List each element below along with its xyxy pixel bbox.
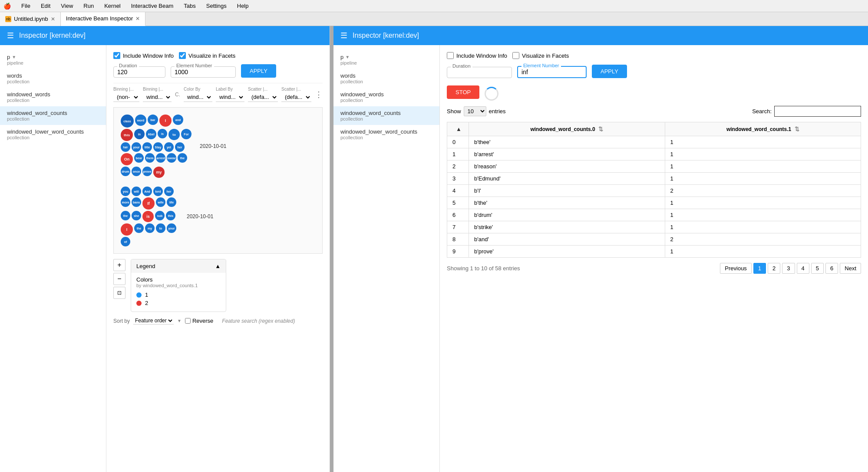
table-cell-col1: 2 (665, 233, 861, 246)
tab-untitled[interactable]: nb Untitled.ipynb ✕ (0, 12, 61, 26)
left-legend-collapse-icon[interactable]: ▲ (215, 263, 221, 269)
wc-circle: title (142, 142, 152, 152)
left-visualize-in-facets-checkbox[interactable] (179, 52, 186, 59)
left-sidebar-item-windowed-word-counts[interactable]: windowed_word_counts pcollection (0, 106, 106, 125)
left-sidebar-item-windowed-lower[interactable]: windowed_lower_word_counts pcollection (0, 125, 106, 144)
left-sidebar-wwc-name: windowed_word_counts (7, 110, 99, 116)
left-binning1-select[interactable]: (non- (113, 92, 139, 102)
left-more-icon[interactable]: ⋮ (315, 90, 323, 99)
right-duration-input[interactable] (451, 69, 508, 76)
table-cell-index: 0 (447, 136, 469, 148)
table-cell-index: 5 (447, 197, 469, 209)
right-table-header-col1[interactable]: windowed_word_counts.1 ⇅ (665, 122, 861, 136)
left-reverse-label[interactable]: Reverse (185, 318, 213, 324)
left-sidebar-item-p[interactable]: p ▼ pipeline (0, 50, 106, 69)
menu-kernel[interactable]: Kernel (102, 2, 122, 10)
menu-tabs[interactable]: Tabs (182, 2, 197, 10)
table-cell-col0: b'Edmund' (469, 173, 665, 185)
menu-run[interactable]: Run (82, 2, 96, 10)
right-include-window-info-label[interactable]: Include Window Info (447, 52, 507, 59)
tab-inspector-left[interactable]: Interactive Beam Inspector ✕ (61, 12, 146, 26)
right-page-1-button[interactable]: 1 (753, 263, 766, 274)
left-duration-input[interactable] (117, 69, 162, 75)
right-search-input[interactable] (774, 106, 861, 117)
right-sidebar-item-windowed-word-counts[interactable]: windowed_word_counts pcollection (333, 106, 439, 125)
tab-file-icon: nb (5, 16, 11, 22)
apple-menu[interactable]: 🍎 (3, 3, 11, 10)
left-element-number-input[interactable] (175, 69, 232, 75)
menu-interactive-beam[interactable]: Interactive Beam (129, 2, 175, 10)
right-hamburger-icon[interactable]: ☰ (340, 31, 347, 40)
menu-view[interactable]: View (59, 2, 75, 10)
right-pagination: Showing 1 to 10 of 58 entries Previous 1… (447, 263, 861, 274)
left-scatter1-label: Scatter |... (248, 87, 278, 92)
tab-inspector-left-close[interactable]: ✕ (135, 16, 140, 22)
wc-circle: your (132, 142, 141, 152)
table-row: 3 b'Edmund' 1 (447, 173, 861, 185)
left-scatter2-select[interactable]: (defa... (281, 92, 311, 102)
left-sidebar-item-windowed-words[interactable]: windowed_words pcollection (0, 88, 106, 106)
menu-help[interactable]: Help (235, 2, 251, 10)
left-include-window-info-checkbox[interactable] (113, 52, 120, 59)
right-prev-button[interactable]: Previous (720, 263, 752, 274)
right-sidebar-item-windowed-lower[interactable]: windowed_lower_word_counts pcollection (333, 125, 439, 144)
left-reverse-checkbox[interactable] (185, 318, 191, 324)
table-row: 0 b'thee' 1 (447, 136, 861, 148)
wc-circle: in (134, 129, 145, 139)
right-sidebar-item-words[interactable]: words pcollection (333, 69, 439, 88)
right-page-4-button[interactable]: 4 (797, 263, 809, 274)
wc-circle: my (153, 167, 165, 178)
right-table-header-index[interactable]: ▲ (447, 122, 469, 136)
left-word-cloud-group-2: you will And lord her more bans If wife … (121, 187, 213, 246)
left-sidebar-item-words[interactable]: words pcollection (0, 69, 106, 88)
left-fit-button[interactable]: ⊡ (113, 287, 125, 299)
wc-circle: her (175, 142, 185, 152)
right-sidebar: p ▼ pipeline words pcollection windowed_… (333, 45, 440, 472)
left-hamburger-icon[interactable]: ☰ (7, 31, 14, 40)
table-cell-col1: 1 (665, 209, 861, 221)
right-visualize-in-facets-label[interactable]: Visualize in Facets (512, 52, 569, 59)
left-binning2-select[interactable]: wind... (143, 92, 172, 102)
right-entries-select[interactable]: 10 25 50 100 (464, 106, 486, 116)
left-zoom-out-button[interactable]: − (113, 273, 125, 285)
left-visualize-in-facets-label[interactable]: Visualize in Facets (179, 52, 235, 59)
right-table-header-col0[interactable]: windowed_word_counts.0 ⇅ (469, 122, 665, 136)
right-page-3-button[interactable]: 3 (782, 263, 795, 274)
left-legend-header[interactable]: Legend ▲ (131, 259, 226, 273)
right-sidebar-item-p[interactable]: p ▼ pipeline (333, 50, 439, 69)
wc-circle: and (173, 115, 183, 125)
left-include-window-info-label[interactable]: true Include Window Info (113, 52, 174, 59)
left-legend-dot-1 (136, 292, 142, 298)
left-scatter1-select[interactable]: (defa... (248, 92, 278, 102)
left-sort-by-select[interactable]: Feature order (133, 317, 174, 324)
right-page-6-button[interactable]: 6 (825, 263, 838, 274)
wc-circle2: the (134, 223, 144, 233)
left-apply-button[interactable]: APPLY (241, 64, 276, 78)
right-element-number-input[interactable] (521, 69, 582, 75)
menu-edit[interactable]: Edit (39, 2, 52, 10)
left-zoom-in-button[interactable]: + (113, 259, 125, 271)
left-sort-dropdown-icon: ▼ (177, 318, 182, 323)
table-row: 7 b'strike' 1 (447, 221, 861, 233)
right-visualize-in-facets-checkbox[interactable] (512, 52, 519, 59)
right-include-window-info-checkbox[interactable] (447, 52, 454, 59)
menu-file[interactable]: File (20, 2, 32, 10)
right-sidebar-words-name: words (340, 72, 432, 79)
right-duration-field: Duration (447, 67, 512, 78)
left-color-by-select[interactable]: wind... (184, 92, 212, 102)
table-cell-col0: b'and' (469, 233, 665, 246)
right-sidebar-item-windowed-words[interactable]: windowed_words pcollection (333, 88, 439, 106)
menu-settings[interactable]: Settings (205, 2, 228, 10)
tab-untitled-close[interactable]: ✕ (51, 16, 55, 22)
left-word-cloud-group-1: class word bar I and this in Abel is to … (121, 115, 226, 178)
right-apply-button[interactable]: APPLY (592, 65, 627, 78)
right-next-button[interactable]: Next (840, 263, 861, 274)
tab-untitled-label: Untitled.ipynb (14, 16, 48, 22)
left-color-by-label: Color By (184, 87, 212, 92)
wc-circle2: her (164, 187, 174, 196)
right-stop-button[interactable]: STOP (447, 85, 479, 99)
wc-circle: once (132, 167, 141, 176)
right-page-2-button[interactable]: 2 (768, 263, 780, 274)
left-label-by-select[interactable]: wind... (216, 92, 244, 102)
right-page-5-button[interactable]: 5 (811, 263, 824, 274)
